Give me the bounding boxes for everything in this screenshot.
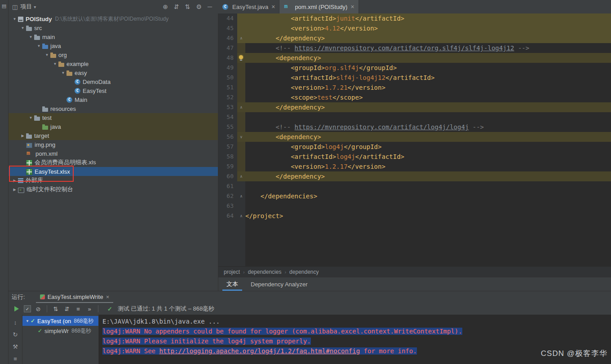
fold-up-icon[interactable]: ∧: [237, 171, 245, 181]
fold-down-icon[interactable]: ∨: [237, 132, 245, 142]
close-icon[interactable]: ×: [106, 294, 110, 300]
chevron-down-icon[interactable]: ▼: [35, 44, 42, 48]
code-line: 61: [218, 181, 611, 191]
console-link[interactable]: http://logging.apache.org/log4j/1.2/faq.…: [159, 347, 360, 355]
tree-item[interactable]: EasyTest: [9, 86, 218, 95]
console-icon: [18, 188, 24, 193]
footer-tab-1[interactable]: Dependency Analyzer: [244, 277, 314, 291]
chevron-down-icon[interactable]: ▼: [27, 35, 34, 39]
code-token: <artifactId>: [291, 153, 336, 160]
chevron-right-icon[interactable]: ▶: [11, 188, 18, 192]
ban-icon[interactable]: ⊘: [34, 305, 42, 313]
editor-tab-1[interactable]: pom.xml (POIStudy)×: [279, 0, 359, 13]
fold-up-icon[interactable]: ∧: [237, 211, 245, 221]
hide-panel-icon[interactable]: ─: [208, 3, 212, 10]
test-passed-icon: ✓: [38, 328, 42, 334]
wrench-icon[interactable]: ⚒: [11, 342, 19, 351]
code-token: log4j: [336, 153, 355, 160]
console-selection: log4j:WARN No appenders could be found f…: [102, 328, 462, 335]
tree-item[interactable]: img.png: [9, 140, 218, 149]
line-number: 53: [218, 102, 237, 112]
chevron-down-icon[interactable]: ▼: [52, 62, 58, 66]
fold-up-icon[interactable]: ∧: [237, 33, 245, 43]
tree-item[interactable]: ▼easy: [9, 68, 218, 77]
breadcrumb-item[interactable]: dependency: [289, 269, 319, 275]
run-config-tab[interactable]: EasyTest.simpleWrite ×: [36, 291, 114, 303]
expand-all-icon[interactable]: ⇅: [185, 3, 190, 10]
tree-item[interactable]: pom.xml: [9, 149, 218, 158]
test-tree-item[interactable]: ✓simpleWr868毫秒: [22, 326, 98, 336]
tree-item[interactable]: DemoData: [9, 77, 218, 86]
fold-up-icon[interactable]: ∧: [237, 191, 245, 201]
code-token: </version>: [348, 163, 385, 170]
folder-icon: [26, 27, 32, 31]
tree-item[interactable]: ▼example: [9, 59, 218, 68]
code-line: 47 <!-- https://mvnrepository.com/artifa…: [218, 43, 611, 53]
console-text: for more info.: [360, 347, 416, 355]
chevron-down-icon[interactable]: ▼: [11, 17, 18, 21]
code-token: <scope>: [291, 94, 317, 101]
track-tests-checkbox[interactable]: ✓: [24, 305, 31, 312]
close-tab-icon[interactable]: ×: [350, 3, 354, 10]
test-passed-icon: ✓: [31, 318, 35, 324]
console-line: log4j:WARN No appenders could be found f…: [102, 326, 611, 336]
code-token: </version>: [348, 84, 385, 91]
breadcrumb-item[interactable]: project: [224, 269, 240, 275]
bulb-icon[interactable]: [237, 53, 245, 63]
tree-item[interactable]: ▶临时文件和控制台: [9, 185, 218, 194]
code-text: <scope>test</scope>: [245, 92, 611, 102]
tree-item[interactable]: ▼test: [9, 113, 218, 122]
class-file-icon: [222, 4, 228, 10]
test-results-tree: ▼✓EasyTest (on868毫秒✓simpleWr868毫秒: [22, 315, 99, 364]
run-console[interactable]: E:\JAVA\jdk1.8\bin\java.exe ...log4j:WAR…: [99, 315, 611, 364]
collapse-all-icon[interactable]: ⇵: [174, 3, 179, 10]
tree-item[interactable]: ▼src: [9, 23, 218, 32]
footer-tab-0[interactable]: 文本: [220, 277, 244, 291]
code-line: 57 <groupId>log4j</groupId>: [218, 142, 611, 152]
chevron-down-icon[interactable]: ▼: [19, 26, 26, 30]
editor-tab-0[interactable]: EasyTest.java×: [218, 0, 279, 13]
editor[interactable]: 44 <artifactId>junit</artifactId>45 <ver…: [218, 13, 611, 266]
filter-icon[interactable]: ≡: [74, 305, 82, 313]
test-tree-item[interactable]: ▼✓EasyTest (on868毫秒: [22, 316, 98, 326]
gutter-cell: [237, 152, 245, 162]
updown-icon[interactable]: ↕: [11, 318, 19, 326]
chevron-down-icon[interactable]: ▼: [60, 71, 66, 75]
breadcrumb-item[interactable]: dependencies: [248, 269, 282, 275]
code-token: </dependency>: [275, 35, 325, 42]
comment-link[interactable]: https://mvnrepository.com/artifact/org.s…: [295, 44, 514, 52]
line-number: 56: [218, 132, 237, 142]
code-token: <groupId>: [291, 64, 325, 71]
run-panel-body: ↕↻⚒≡ ▼✓EasyTest (on868毫秒✓simpleWr868毫秒 E…: [9, 315, 611, 364]
close-tab-icon[interactable]: ×: [271, 3, 275, 10]
tree-item[interactable]: Main: [9, 95, 218, 104]
intention-bulb-icon[interactable]: [239, 55, 243, 59]
chevron-down-icon[interactable]: ▼: [27, 116, 34, 120]
chevron-down-icon[interactable]: ▾: [34, 4, 36, 9]
code-token: 1.7.21: [325, 84, 348, 91]
chevron-right-icon[interactable]: ▶: [19, 134, 26, 138]
tool-window-stripe-icon[interactable]: ▤: [0, 3, 8, 9]
sort-updown-icon[interactable]: ⇅: [52, 305, 60, 313]
project-panel-title[interactable]: 项目: [20, 3, 32, 11]
tree-item[interactable]: resources: [9, 104, 218, 113]
sort-downup-icon[interactable]: ⇵: [63, 305, 71, 313]
comment-link[interactable]: https://mvnrepository.com/artifact/log4j…: [295, 123, 469, 131]
locate-icon[interactable]: ⊕: [163, 3, 168, 10]
menu-icon[interactable]: ≡: [11, 355, 19, 363]
breadcrumb-separator-icon: ›: [284, 269, 286, 275]
tree-item[interactable]: ▼org: [9, 50, 218, 59]
tree-item[interactable]: ▶target: [9, 131, 218, 140]
chevron-down-icon[interactable]: ▼: [44, 53, 50, 57]
chevron-down-icon[interactable]: ▼: [24, 319, 31, 323]
settings-icon[interactable]: ⚙: [196, 3, 202, 10]
tree-item[interactable]: ▼java: [9, 41, 218, 50]
tree-item[interactable]: ▼POIStudyD:\系统默认\桌面\博客素材\POIDemo\POIStud…: [9, 14, 218, 23]
refresh-icon[interactable]: ↻: [11, 330, 19, 338]
tree-item[interactable]: ▼main: [9, 32, 218, 41]
more-icon[interactable]: »: [85, 305, 93, 313]
tree-item[interactable]: java: [9, 122, 218, 131]
gutter-cell: [237, 92, 245, 102]
run-play-button[interactable]: [13, 305, 21, 313]
fold-up-icon[interactable]: ∧: [237, 102, 245, 112]
